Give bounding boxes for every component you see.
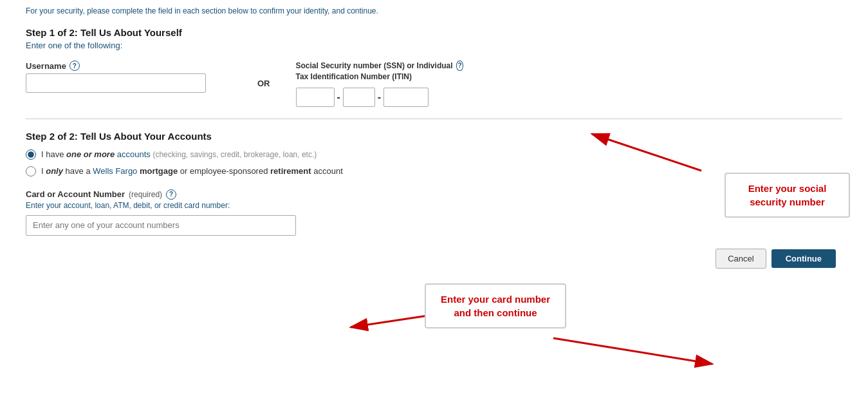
radio-group: I have one or more accounts (checking, s… xyxy=(26,149,842,176)
ssn-input-part1[interactable] xyxy=(296,88,335,107)
ssn-inputs: - - xyxy=(296,88,489,107)
top-note: For your security, please complete the f… xyxy=(26,6,842,15)
radio2-text: I only have a Wells Fargo mortgage or em… xyxy=(41,166,343,176)
username-input[interactable] xyxy=(26,73,206,93)
radio-mortgage[interactable] xyxy=(26,166,36,176)
cancel-button[interactable]: Cancel xyxy=(716,249,766,269)
step1-row: Username ? OR Social Security number (SS… xyxy=(26,61,842,107)
ssn-label: Social Security number (SSN) or Individu… xyxy=(296,61,463,82)
ssn-dash2: - xyxy=(378,91,381,103)
step1-title: Step 1 of 2: Tell Us About Yourself xyxy=(26,27,842,38)
step2-section: Step 2 of 2: Tell Us About Your Accounts… xyxy=(26,131,842,176)
ssn-callout: Enter your social security number xyxy=(725,173,850,218)
card-section: Card or Account Number (required) ? Ente… xyxy=(26,189,842,236)
card-callout: Enter your card number and then continue xyxy=(425,283,566,328)
radio-item-2[interactable]: I only have a Wells Fargo mortgage or em… xyxy=(26,166,842,176)
svg-line-2 xyxy=(351,316,428,327)
step1-section: Step 1 of 2: Tell Us About Yourself Ente… xyxy=(26,27,842,107)
username-label: Username ? xyxy=(26,61,232,71)
radio-item-1[interactable]: I have one or more accounts (checking, s… xyxy=(26,149,842,160)
or-divider: OR xyxy=(232,61,296,88)
required-text: (required) xyxy=(129,190,162,199)
ssn-help-icon[interactable]: ? xyxy=(456,61,463,71)
radio-accounts[interactable] xyxy=(26,149,36,160)
ssn-dash1: - xyxy=(337,91,340,103)
ssn-callout-box: Enter your social security number xyxy=(725,173,850,218)
step1-subtitle: Enter one of the following: xyxy=(26,41,842,50)
card-label: Card or Account Number (required) ? xyxy=(26,189,842,200)
divider-line xyxy=(26,119,842,119)
username-col: Username ? xyxy=(26,61,232,93)
username-help-icon[interactable]: ? xyxy=(69,61,80,71)
button-row: Cancel Continue xyxy=(26,249,842,269)
ssn-input-part2[interactable] xyxy=(343,88,375,107)
card-input[interactable] xyxy=(26,215,296,236)
radio1-text: I have one or more accounts (checking, s… xyxy=(41,149,317,159)
card-callout-box: Enter your card number and then continue xyxy=(425,283,566,328)
svg-line-3 xyxy=(553,338,712,364)
step2-title: Step 2 of 2: Tell Us About Your Accounts xyxy=(26,131,842,142)
page-wrapper: For your security, please complete the f… xyxy=(0,0,868,409)
ssn-col: Social Security number (SSN) or Individu… xyxy=(296,61,489,107)
card-help-icon[interactable]: ? xyxy=(166,189,176,200)
radio1-subtext: (checking, savings, credit, brokerage, l… xyxy=(152,150,317,159)
continue-button[interactable]: Continue xyxy=(771,249,836,268)
ssn-input-part3[interactable] xyxy=(383,88,429,107)
card-sublabel: Enter your account, loan, ATM, debit, or… xyxy=(26,201,842,210)
